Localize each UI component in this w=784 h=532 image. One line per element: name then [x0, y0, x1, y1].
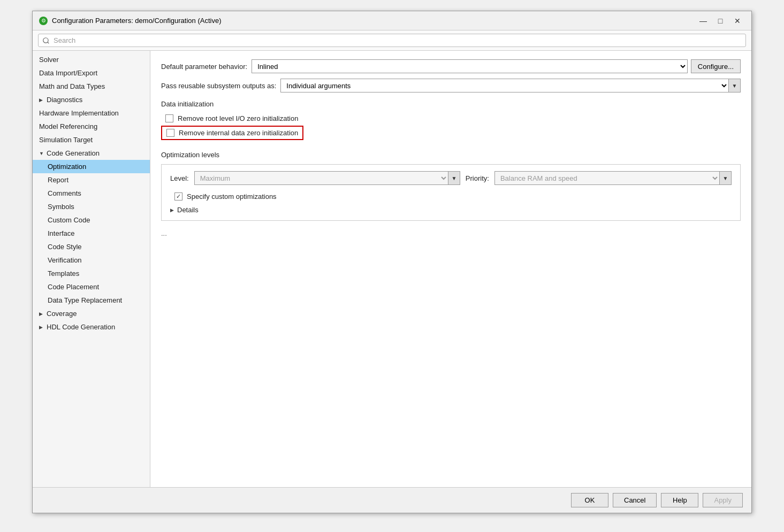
hdl-triangle	[39, 325, 44, 330]
code-style-label: Code Style	[48, 243, 82, 251]
solver-label: Solver	[39, 56, 59, 64]
opt-level-row: Level: Maximum ▼ Priority: Balance RA	[170, 171, 732, 185]
close-button[interactable]: ✕	[730, 15, 745, 27]
search-input[interactable]	[38, 34, 746, 47]
sidebar: Solver Data Import/Export Math and Data …	[33, 51, 150, 487]
title-bar: ⚙ Configuration Parameters: demo/Configu…	[33, 11, 751, 30]
priority-section: Priority: Balance RAM and speed ▼	[466, 171, 732, 185]
opt-levels-title: Optimization levels	[161, 151, 741, 159]
sidebar-item-math-data-types[interactable]: Math and Data Types	[33, 80, 150, 93]
remove-internal-row-highlighted: Remove internal data zero initialization	[161, 126, 303, 140]
sidebar-item-comments[interactable]: Comments	[33, 187, 150, 200]
help-button[interactable]: Help	[661, 493, 698, 507]
sidebar-item-symbols[interactable]: Symbols	[33, 200, 150, 213]
level-select[interactable]: Maximum	[194, 171, 448, 185]
pass-reusable-control: Individual arguments ▼	[280, 79, 741, 92]
sidebar-item-data-import-export[interactable]: Data Import/Export	[33, 66, 150, 80]
sidebar-item-model-referencing[interactable]: Model Referencing	[33, 120, 150, 133]
custom-code-label: Custom Code	[48, 216, 90, 224]
level-dropdown-btn[interactable]: ▼	[448, 171, 460, 185]
title-bar-left: ⚙ Configuration Parameters: demo/Configu…	[39, 17, 221, 25]
remove-internal-checkbox[interactable]	[166, 129, 174, 137]
coverage-triangle	[39, 311, 44, 317]
math-data-types-label: Math and Data Types	[39, 82, 105, 90]
priority-label: Priority:	[466, 174, 489, 182]
minimize-button[interactable]: —	[696, 15, 711, 27]
sidebar-item-custom-code[interactable]: Custom Code	[33, 213, 150, 227]
sidebar-item-data-type-replacement[interactable]: Data Type Replacement	[33, 294, 150, 307]
level-select-wrapper: Maximum ▼	[194, 171, 460, 185]
sidebar-item-optimization[interactable]: Optimization	[33, 160, 150, 173]
remove-root-level-checkbox[interactable]	[165, 114, 173, 122]
interface-label: Interface	[48, 229, 75, 237]
ok-button[interactable]: OK	[571, 493, 608, 507]
templates-label: Templates	[48, 269, 79, 277]
remove-root-level-row: Remove root level I/O zero initializatio…	[161, 112, 741, 125]
sidebar-item-interface[interactable]: Interface	[33, 227, 150, 240]
remove-root-level-label: Remove root level I/O zero initializatio…	[178, 114, 298, 122]
sidebar-item-code-placement[interactable]: Code Placement	[33, 280, 150, 294]
priority-dropdown-btn[interactable]: ▼	[720, 171, 732, 185]
verification-label: Verification	[48, 256, 82, 264]
default-param-behavior-label: Default parameter behavior:	[161, 63, 247, 71]
optimization-label: Optimization	[48, 163, 86, 171]
remove-internal-label: Remove internal data zero initialization	[179, 129, 298, 137]
report-label: Report	[48, 176, 68, 184]
optimization-levels-box: Level: Maximum ▼ Priority: Balance RA	[161, 164, 741, 221]
details-triangle-icon: ▶	[170, 207, 174, 213]
hardware-implementation-label: Hardware Implementation	[39, 109, 119, 117]
default-param-behavior-row: Default parameter behavior: Inlined Conf…	[161, 59, 741, 73]
diagnostics-triangle	[39, 97, 44, 103]
sidebar-item-diagnostics[interactable]: Diagnostics	[33, 93, 150, 106]
priority-select[interactable]: Balance RAM and speed	[494, 171, 720, 185]
sidebar-item-solver[interactable]: Solver	[33, 53, 150, 66]
configure-button[interactable]: Configure...	[691, 59, 741, 73]
apply-button[interactable]: Apply	[703, 493, 743, 507]
default-param-select-wrapper: Inlined Configure...	[252, 59, 741, 73]
sidebar-item-verification[interactable]: Verification	[33, 253, 150, 267]
coverage-label: Coverage	[47, 310, 77, 318]
level-label: Level:	[170, 174, 189, 182]
specify-custom-checkbox[interactable]	[174, 192, 182, 201]
code-generation-label: Code Generation	[47, 149, 100, 157]
priority-select-wrapper: Balance RAM and speed ▼	[494, 171, 732, 185]
simulation-target-label: Simulation Target	[39, 136, 93, 144]
sidebar-item-hardware-implementation[interactable]: Hardware Implementation	[33, 106, 150, 120]
main-window: ⚙ Configuration Parameters: demo/Configu…	[32, 11, 752, 513]
footer: OK Cancel Help Apply	[33, 487, 751, 513]
data-import-export-label: Data Import/Export	[39, 69, 97, 77]
default-param-select[interactable]: Inlined	[252, 59, 688, 73]
model-referencing-label: Model Referencing	[39, 122, 97, 130]
comments-label: Comments	[48, 189, 81, 197]
opt-levels-container: Optimization levels Level: Maximum ▼ Pri…	[161, 151, 741, 221]
specify-custom-row: Specify custom optimizations	[170, 190, 732, 203]
search-bar	[33, 30, 751, 51]
main-content: Solver Data Import/Export Math and Data …	[33, 51, 751, 487]
title-controls: — □ ✕	[696, 15, 745, 27]
sidebar-item-code-style[interactable]: Code Style	[33, 240, 150, 253]
content-panel: Default parameter behavior: Inlined Conf…	[150, 51, 751, 487]
sidebar-item-templates[interactable]: Templates	[33, 267, 150, 280]
details-row[interactable]: ▶ Details	[170, 206, 732, 214]
details-label: Details	[177, 206, 199, 214]
app-icon: ⚙	[39, 17, 48, 25]
sidebar-item-code-generation[interactable]: Code Generation	[33, 147, 150, 160]
hdl-code-generation-label: HDL Code Generation	[47, 323, 115, 331]
ellipsis-text: ...	[161, 229, 741, 237]
sidebar-item-report[interactable]: Report	[33, 173, 150, 187]
pass-reusable-dropdown-btn[interactable]: ▼	[729, 79, 741, 92]
data-init-section-header: Data initialization	[161, 100, 741, 108]
pass-reusable-select[interactable]: Individual arguments	[280, 79, 729, 92]
data-type-replacement-label: Data Type Replacement	[48, 296, 122, 304]
code-generation-triangle	[39, 151, 44, 156]
window-title: Configuration Parameters: demo/Configura…	[52, 17, 221, 25]
sidebar-item-hdl-code-generation[interactable]: HDL Code Generation	[33, 320, 150, 334]
sidebar-item-simulation-target[interactable]: Simulation Target	[33, 133, 150, 147]
specify-custom-label: Specify custom optimizations	[187, 192, 277, 201]
pass-reusable-label: Pass reusable subsystem outputs as:	[161, 82, 276, 90]
sidebar-item-coverage[interactable]: Coverage	[33, 307, 150, 320]
maximize-button[interactable]: □	[713, 15, 728, 27]
symbols-label: Symbols	[48, 203, 74, 211]
cancel-button[interactable]: Cancel	[613, 493, 657, 507]
pass-reusable-row: Pass reusable subsystem outputs as: Indi…	[161, 79, 741, 92]
